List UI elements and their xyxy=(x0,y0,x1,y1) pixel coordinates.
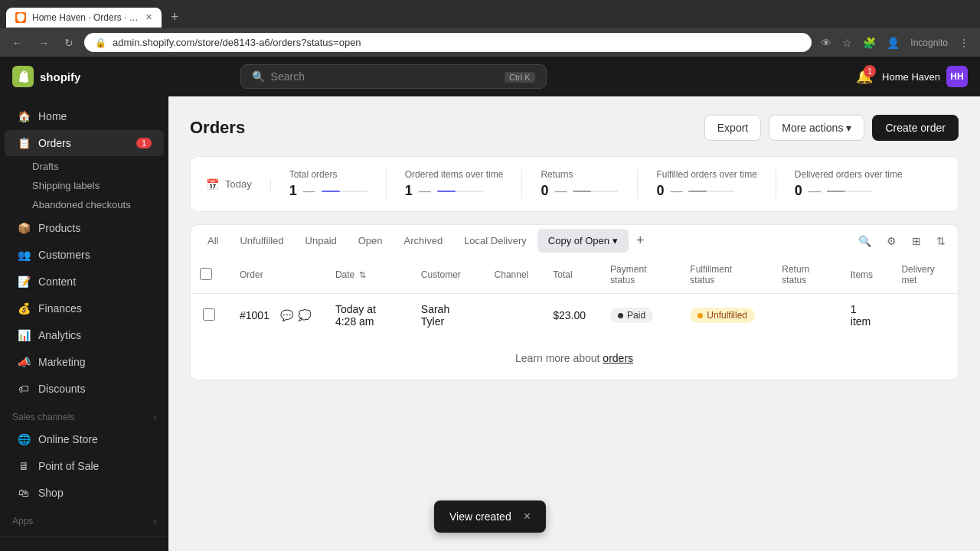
add-filter-tab-btn[interactable]: + xyxy=(629,228,652,253)
filter-tab-local-delivery[interactable]: Local Delivery xyxy=(453,229,537,253)
sidebar-item-settings[interactable]: ⚙ Settings xyxy=(5,543,164,551)
col-date[interactable]: Date ⇅ xyxy=(323,256,409,294)
columns-btn[interactable]: ⊞ xyxy=(906,230,927,252)
toast-close-btn[interactable]: × xyxy=(524,510,531,523)
more-actions-button[interactable]: More actions ▾ xyxy=(769,115,864,141)
order-action-icons: 💬 💭 xyxy=(280,309,311,321)
notification-btn[interactable]: 🔔 1 xyxy=(856,68,873,85)
browser-action-buttons: 👁 ☆ 🧩 👤 Incognito ⋮ xyxy=(818,34,972,52)
row-order-cell: #1001 💬 💭 xyxy=(227,294,323,337)
row-checkbox[interactable] xyxy=(203,308,215,321)
note-icon[interactable]: 💬 xyxy=(280,309,293,321)
back-btn[interactable]: ← xyxy=(8,34,28,52)
sidebar-item-home[interactable]: 🏠 Home xyxy=(5,103,164,129)
col-order: Order xyxy=(227,256,323,294)
stat-total-orders: Total orders 1 — xyxy=(289,169,387,199)
custom-tab-chevron-icon: ▾ xyxy=(612,235,618,246)
stat-dash-5: — xyxy=(808,184,821,198)
sidebar-item-orders[interactable]: 📋 Orders 1 xyxy=(5,130,164,156)
row-customer-cell[interactable]: Sarah Tyler xyxy=(409,294,482,337)
extensions-icon[interactable]: 🧩 xyxy=(860,34,879,52)
stat-dash-2: — xyxy=(419,184,431,198)
col-delivery: Delivery met xyxy=(889,256,958,294)
sidebar-item-online-store[interactable]: 🌐 Online Store xyxy=(5,426,164,452)
sidebar-nav: 🏠 Home 📋 Orders 1 Drafts Shipping labels… xyxy=(0,96,168,536)
sidebar-item-finances[interactable]: 💰 Finances xyxy=(5,295,164,321)
stat-date-label: Today xyxy=(225,178,252,190)
sidebar-label-finances: Finances xyxy=(38,302,82,315)
sales-channels-expand-icon[interactable]: › xyxy=(153,412,156,422)
bookmark-icon[interactable]: ☆ xyxy=(839,34,855,52)
filter-tab-unpaid[interactable]: Unpaid xyxy=(295,229,348,253)
search-shortcut-badge: Ctrl K xyxy=(505,70,535,83)
sidebar-item-marketing[interactable]: 📣 Marketing xyxy=(5,349,164,375)
select-all-checkbox[interactable] xyxy=(200,268,212,280)
sidebar-label-content: Content xyxy=(38,276,76,288)
sidebar-item-analytics[interactable]: 📊 Analytics xyxy=(5,322,164,348)
address-bar[interactable]: 🔒 admin.shopify.com/store/de8143-a6/orde… xyxy=(84,33,812,52)
fulfillment-status-badge: Unfulfilled xyxy=(690,308,755,323)
forward-btn[interactable]: → xyxy=(34,34,54,52)
stat-total-orders-label: Total orders xyxy=(289,169,368,180)
menu-icon[interactable]: ⋮ xyxy=(956,34,972,52)
active-tab[interactable]: Home Haven · Orders · Shopify ✕ xyxy=(6,8,162,28)
incognito-label[interactable]: Incognito xyxy=(907,34,951,51)
filter-tab-open[interactable]: Open xyxy=(348,229,394,253)
filter-tab-all[interactable]: All xyxy=(197,229,229,253)
sidebar-item-discounts[interactable]: 🏷 Discounts xyxy=(5,376,164,402)
sidebar-item-customers[interactable]: 👥 Customers xyxy=(5,242,164,268)
products-icon: 📦 xyxy=(17,221,31,235)
sidebar-item-shipping-labels[interactable]: Shipping labels xyxy=(32,176,168,195)
apps-expand-icon[interactable]: › xyxy=(153,516,156,527)
lock-icon: 🔒 xyxy=(95,37,106,48)
header-right: 🔔 1 Home Haven HH xyxy=(856,66,968,87)
stats-bar: 📅 Today Total orders 1 — Ordered items o… xyxy=(190,156,959,212)
eye-off-icon[interactable]: 👁 xyxy=(818,34,835,52)
order-number-group: #1001 💬 💭 xyxy=(240,309,311,321)
toast: View created × xyxy=(434,500,546,533)
export-button[interactable]: Export xyxy=(704,115,761,141)
sidebar-item-shop[interactable]: 🛍 Shop xyxy=(5,480,164,506)
fulfillment-status-text: Unfulfilled xyxy=(707,310,747,321)
reload-btn[interactable]: ↻ xyxy=(60,34,78,52)
profile-icon[interactable]: 👤 xyxy=(884,34,903,52)
marketing-icon: 📣 xyxy=(17,355,31,369)
select-all-col xyxy=(191,256,227,294)
shipping-labels-label: Shipping labels xyxy=(32,180,100,191)
stat-delivered: Delivered orders over time 0 — xyxy=(795,169,903,199)
sort-btn[interactable]: ⇅ xyxy=(930,230,952,252)
filter-actions: 🔍 ⚙ ⊞ ⇅ xyxy=(852,230,952,252)
chat-icon[interactable]: 💭 xyxy=(298,309,311,321)
filter-options-btn[interactable]: ⚙ xyxy=(880,230,903,252)
sidebar-item-point-of-sale[interactable]: 🖥 Point of Sale xyxy=(5,453,164,479)
create-order-button[interactable]: Create order xyxy=(872,115,959,141)
custom-tab-label: Copy of Open xyxy=(548,235,609,246)
sales-channels-label: Sales channels xyxy=(12,412,74,422)
filters-row: All Unfulfilled Unpaid Open Archived Loc… xyxy=(191,225,958,256)
page-title: Orders xyxy=(190,118,245,138)
sidebar-label-marketing: Marketing xyxy=(38,356,85,368)
table-row[interactable]: #1001 💬 💭 Today at 4:28 am Sarah Tyler xyxy=(191,294,958,337)
orders-link[interactable]: orders xyxy=(603,352,633,364)
store-switcher[interactable]: Home Haven HH xyxy=(882,66,968,87)
tab-close-btn[interactable]: ✕ xyxy=(145,12,152,22)
shopify-logo[interactable]: shopify xyxy=(12,66,80,87)
drafts-label: Drafts xyxy=(32,161,59,172)
sidebar-item-content[interactable]: 📝 Content xyxy=(5,269,164,295)
new-tab-btn[interactable]: + xyxy=(165,6,185,28)
orders-table: Order Date ⇅ Customer Channel xyxy=(191,256,958,337)
search-bar[interactable]: 🔍 Search Ctrl K xyxy=(240,64,547,89)
order-number-link[interactable]: #1001 xyxy=(240,309,270,321)
stat-delivered-label: Delivered orders over time xyxy=(795,169,903,180)
filter-tab-custom[interactable]: Copy of Open ▾ xyxy=(537,229,629,253)
search-filter-btn[interactable]: 🔍 xyxy=(852,230,877,252)
stat-returns-label: Returns xyxy=(541,169,619,180)
main-content: Orders Export More actions ▾ Create orde… xyxy=(168,96,980,551)
sidebar-item-products[interactable]: 📦 Products xyxy=(5,215,164,241)
sidebar-item-abandoned-checkouts[interactable]: Abandoned checkouts xyxy=(32,195,168,214)
learn-more-section: Learn more about orders xyxy=(191,337,958,380)
sidebar-item-drafts[interactable]: Drafts xyxy=(32,157,168,176)
filter-tab-unfulfilled[interactable]: Unfulfilled xyxy=(229,229,294,253)
stat-trend-3 xyxy=(573,191,619,192)
filter-tab-archived[interactable]: Archived xyxy=(394,229,454,253)
